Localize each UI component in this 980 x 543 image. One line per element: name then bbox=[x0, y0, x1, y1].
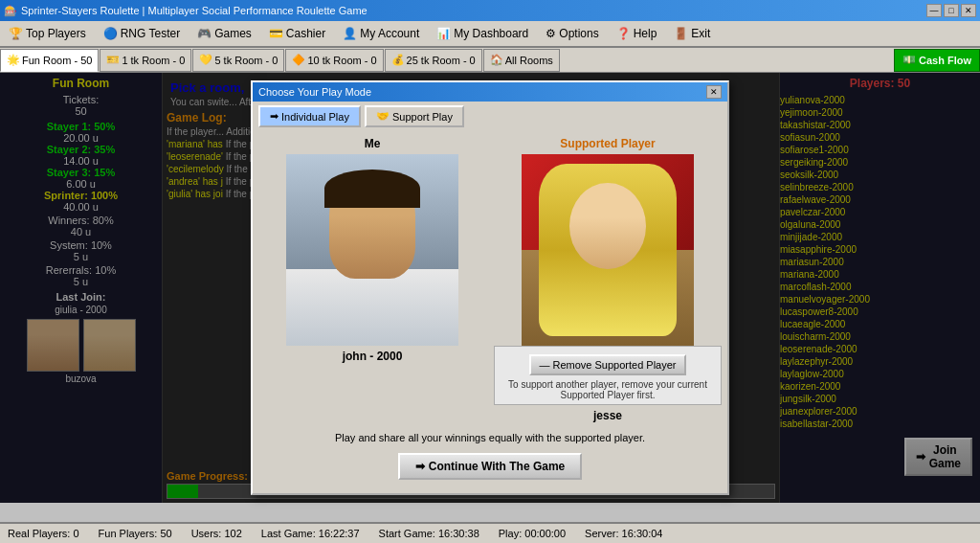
status-bar: Real Players: 0 Fun Players: 50 Users: 1… bbox=[0, 522, 980, 543]
menu-rng-label: RNG Tester bbox=[121, 27, 180, 40]
menu-cashier-label: Cashier bbox=[286, 27, 325, 40]
remove-supported-area: — Remove Supported Player To support ano… bbox=[494, 346, 722, 405]
title-bar-controls: — □ ✕ bbox=[926, 4, 976, 17]
1tk-icon: 🎫 bbox=[106, 54, 120, 66]
tab-all-rooms-label: All Rooms bbox=[505, 55, 553, 66]
restore-button[interactable]: □ bbox=[944, 4, 959, 17]
my-account-icon: 👤 bbox=[343, 27, 357, 40]
room-tabs: 🌟 Fun Room - 50 🎫 1 tk Room - 0 💛 5 tk R… bbox=[0, 48, 980, 73]
title-bar: 🎰 Sprinter-Stayers Roulette | Multiplaye… bbox=[0, 0, 980, 21]
main-content: Fun Room Tickets: 50 Stayer 1: 50% 20.00… bbox=[0, 73, 980, 503]
tab-10tk-label: 10 tk Room - 0 bbox=[307, 55, 376, 66]
app-icon: 🎰 bbox=[4, 5, 17, 17]
menu-options-label: Options bbox=[559, 27, 598, 40]
fun-room-icon: 🌟 bbox=[7, 54, 20, 66]
my-dashboard-icon: 📊 bbox=[436, 27, 451, 40]
tab-5tk-room[interactable]: 💛 5 tk Room - 0 bbox=[192, 49, 284, 72]
menu-games-label: Games bbox=[214, 27, 252, 40]
modal-tabs: ➡ Individual Play 🤝 Support Play bbox=[253, 102, 727, 131]
tab-fun-room[interactable]: 🌟 Fun Room - 50 bbox=[0, 49, 99, 72]
tab-1tk-room[interactable]: 🎫 1 tk Room - 0 bbox=[100, 49, 191, 72]
continue-button[interactable]: ➡ Continue With The Game bbox=[398, 453, 583, 480]
app-title: Sprinter-Stayers Roulette | Multiplayer … bbox=[21, 5, 368, 16]
remove-supported-button[interactable]: — Remove Supported Player bbox=[529, 354, 685, 375]
help-icon: ❓ bbox=[616, 27, 631, 40]
modal-body: Me john - 2000 bbox=[253, 131, 727, 428]
menu-exit[interactable]: 🚪 Exit bbox=[665, 21, 719, 46]
tab-cash-flow[interactable]: 💵 Cash Flow bbox=[894, 49, 980, 72]
menu-exit-label: Exit bbox=[691, 27, 710, 40]
menu-my-dashboard-label: My Dashboard bbox=[454, 27, 528, 40]
menu-my-account[interactable]: 👤 My Account bbox=[334, 21, 428, 46]
individual-play-icon: ➡ bbox=[270, 110, 278, 123]
remove-hint-text: To support another player, remove your c… bbox=[499, 379, 717, 400]
me-column: Me john - 2000 bbox=[258, 137, 486, 422]
modal-title: Choose Your Play Mode bbox=[258, 86, 371, 98]
users-status: Users: 102 bbox=[191, 528, 242, 539]
last-game-status: Last Game: 16:22:37 bbox=[261, 528, 360, 539]
individual-play-label: Individual Play bbox=[281, 111, 349, 123]
cashier-icon: 💳 bbox=[269, 27, 283, 40]
fun-players-status: Fun Players: 50 bbox=[99, 528, 172, 539]
tab-individual-play[interactable]: ➡ Individual Play bbox=[258, 105, 361, 127]
menu-bar: 🏆 Top Players 🔵 RNG Tester 🎮 Games 💳 Cas… bbox=[0, 21, 980, 48]
modal-overlay: Choose Your Play Mode ✕ ➡ Individual Pla… bbox=[0, 73, 980, 503]
supported-name: jesse bbox=[494, 409, 722, 422]
rng-icon: 🔵 bbox=[103, 27, 118, 40]
me-name: john - 2000 bbox=[258, 350, 486, 363]
title-bar-left: 🎰 Sprinter-Stayers Roulette | Multiplaye… bbox=[4, 5, 368, 17]
menu-top-players[interactable]: 🏆 Top Players bbox=[0, 21, 95, 46]
modal-title-bar: Choose Your Play Mode ✕ bbox=[253, 82, 727, 102]
play-status: Play: 00:00:00 bbox=[499, 528, 566, 539]
continue-btn-area: ➡ Continue With The Game bbox=[253, 447, 727, 493]
5tk-icon: 💛 bbox=[199, 54, 212, 66]
me-label: Me bbox=[258, 137, 486, 150]
top-players-icon: 🏆 bbox=[9, 27, 23, 40]
tab-all-rooms[interactable]: 🏠 All Rooms bbox=[483, 49, 560, 72]
menu-my-dashboard[interactable]: 📊 My Dashboard bbox=[428, 21, 537, 46]
exit-icon: 🚪 bbox=[674, 27, 688, 40]
tab-25tk-label: 25 tk Room - 0 bbox=[407, 55, 476, 66]
supported-column: Supported Player bbox=[494, 137, 722, 422]
games-icon: 🎮 bbox=[197, 27, 212, 40]
continue-label: Continue With The Game bbox=[429, 460, 566, 473]
tab-1tk-label: 1 tk Room - 0 bbox=[122, 55, 185, 66]
tab-5tk-label: 5 tk Room - 0 bbox=[214, 55, 278, 66]
menu-help[interactable]: ❓ Help bbox=[608, 21, 666, 46]
me-photo bbox=[286, 154, 458, 346]
supported-photo bbox=[522, 154, 694, 346]
real-players-status: Real Players: 0 bbox=[8, 528, 79, 539]
tab-25tk-room[interactable]: 💰 25 tk Room - 0 bbox=[385, 49, 482, 72]
support-play-icon: 🤝 bbox=[376, 110, 390, 123]
25tk-icon: 💰 bbox=[391, 54, 405, 66]
menu-help-label: Help bbox=[634, 27, 657, 40]
minimize-button[interactable]: — bbox=[926, 4, 942, 17]
modal-close-button[interactable]: ✕ bbox=[706, 85, 722, 99]
server-status: Server: 16:30:04 bbox=[585, 528, 662, 539]
tab-support-play[interactable]: 🤝 Support Play bbox=[365, 105, 464, 127]
remove-label: Remove Supported Player bbox=[552, 359, 676, 371]
10tk-icon: 🔶 bbox=[292, 54, 305, 66]
menu-rng-tester[interactable]: 🔵 RNG Tester bbox=[95, 21, 189, 46]
all-rooms-icon: 🏠 bbox=[490, 54, 503, 66]
share-text: Play and share all your winnings equally… bbox=[253, 428, 727, 447]
tab-10tk-room[interactable]: 🔶 10 tk Room - 0 bbox=[285, 49, 383, 72]
options-icon: ⚙ bbox=[546, 27, 556, 40]
tab-cash-flow-label: Cash Flow bbox=[919, 55, 971, 66]
menu-cashier[interactable]: 💳 Cashier bbox=[260, 21, 334, 46]
supported-label: Supported Player bbox=[494, 137, 722, 150]
tab-fun-room-label: Fun Room - 50 bbox=[22, 55, 92, 66]
continue-icon: ➡ bbox=[415, 460, 425, 473]
close-button[interactable]: ✕ bbox=[961, 4, 976, 17]
menu-games[interactable]: 🎮 Games bbox=[189, 21, 260, 46]
menu-my-account-label: My Account bbox=[360, 27, 419, 40]
menu-options[interactable]: ⚙ Options bbox=[537, 21, 607, 46]
support-play-label: Support Play bbox=[392, 111, 453, 123]
remove-icon: — bbox=[539, 359, 549, 371]
cash-flow-icon: 💵 bbox=[902, 54, 916, 66]
start-game-status: Start Game: 16:30:38 bbox=[379, 528, 479, 539]
play-mode-modal: Choose Your Play Mode ✕ ➡ Individual Pla… bbox=[251, 80, 729, 495]
menu-top-players-label: Top Players bbox=[26, 27, 86, 40]
